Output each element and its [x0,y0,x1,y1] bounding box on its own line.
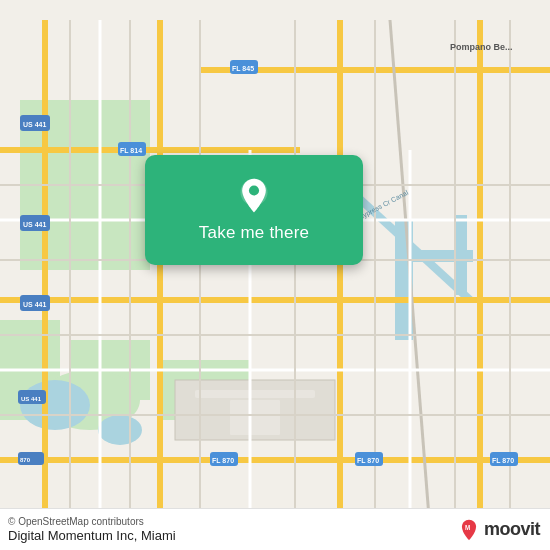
svg-text:Pompano Be...: Pompano Be... [450,42,513,52]
svg-text:FL 845: FL 845 [232,65,254,72]
svg-rect-13 [230,400,280,435]
svg-text:FL 870: FL 870 [212,457,234,464]
svg-rect-12 [195,390,315,398]
svg-text:US 441: US 441 [23,121,46,128]
moovit-pin-icon: M [458,519,480,541]
svg-text:870: 870 [20,457,31,463]
svg-text:FL 814: FL 814 [120,147,142,154]
svg-text:US 441: US 441 [23,221,46,228]
take-me-there-button-label: Take me there [199,223,309,243]
map-attribution: © OpenStreetMap contributors [8,516,176,527]
svg-point-6 [98,415,142,445]
bottom-bar: © OpenStreetMap contributors Digital Mom… [0,508,550,550]
map-container: US 441 US 441 US 441 US 441 FL 845 FL 81… [0,0,550,550]
svg-point-64 [249,185,259,195]
location-pin-icon [235,177,273,215]
svg-point-5 [20,380,90,430]
svg-text:US 441: US 441 [21,396,42,402]
moovit-brand-text: moovit [484,519,540,540]
location-name: Digital Momentum Inc, Miami [8,528,176,543]
svg-text:FL 870: FL 870 [492,457,514,464]
map-svg: US 441 US 441 US 441 US 441 FL 845 FL 81… [0,0,550,550]
svg-text:FL 870: FL 870 [357,457,379,464]
moovit-logo: M moovit [458,519,540,541]
action-card[interactable]: Take me there [145,155,363,265]
svg-text:M: M [465,524,470,531]
svg-text:US 441: US 441 [23,301,46,308]
